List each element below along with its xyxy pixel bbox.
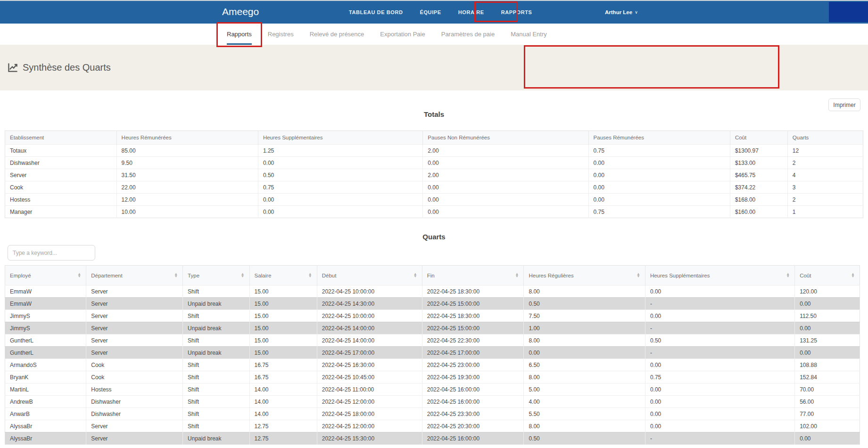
column-header-salaire[interactable]: Salaire▲▼ — [249, 266, 317, 285]
cell: Shift — [183, 310, 249, 322]
table-row: Server31.500.502.000.00$465.754 — [5, 169, 863, 181]
column-label: Début — [322, 273, 337, 278]
tab-releve-de-presence[interactable]: Relevé de présence — [310, 24, 364, 45]
cell: 152.84 — [795, 371, 860, 383]
cell: 0.00 — [258, 194, 422, 206]
cell: 0.00 — [423, 157, 588, 169]
table-row: Manager10.000.000.000.75$160.001 — [5, 206, 863, 218]
cell: 16.75 — [249, 371, 317, 383]
cell: Shift — [183, 359, 249, 371]
cell: 2 — [787, 194, 863, 206]
column-header-pauses-non-remunerees: Pauses Non Rémunérées — [423, 131, 588, 145]
cell: Dishwasher — [86, 396, 183, 408]
cell: 108.88 — [795, 359, 860, 371]
tab-exportation-paie[interactable]: Exportation Paie — [380, 24, 425, 45]
cell: 2022-04-25 15:00:00 — [422, 298, 524, 310]
column-label: Département — [91, 273, 122, 278]
cell: 0.00 — [645, 396, 794, 408]
cell: Manager — [5, 206, 117, 218]
cell: Unpaid break — [183, 322, 249, 334]
nav-item-equipe[interactable]: ÉQUIPE — [420, 9, 441, 15]
cell: 2022-04-25 12:00:00 — [317, 396, 422, 408]
cell: 131.25 — [795, 334, 860, 347]
column-header-heures-remunerees: Heures Rémunérées — [116, 131, 258, 145]
cell: 14.00 — [249, 383, 317, 396]
cell: 2022-04-25 18:30:00 — [422, 285, 524, 298]
tab-registres[interactable]: Registres — [268, 24, 294, 45]
cell: Server — [86, 432, 183, 445]
column-header-heures-supplementaires[interactable]: Heures Supplémentaires▲▼ — [645, 266, 794, 285]
cell: Unpaid break — [183, 298, 249, 310]
cell: 0.00 — [645, 420, 794, 432]
cell: 15.00 — [249, 285, 317, 298]
cell: Dishwasher — [5, 157, 117, 169]
column-header-debut[interactable]: Début▲▼ — [317, 266, 422, 285]
cell: Dishwasher — [86, 408, 183, 420]
cell: - — [645, 298, 794, 310]
user-menu[interactable]: Arthur Lee ∨ — [605, 1, 638, 24]
column-header-heures-regulieres[interactable]: Heures Régulières▲▼ — [524, 266, 645, 285]
table-row: ArmandoSCookShift16.752022-04-25 16:30:0… — [5, 359, 860, 371]
cell: 14.00 — [249, 396, 317, 408]
cell: 10.00 — [116, 206, 258, 218]
cell: EmmaW — [5, 285, 86, 298]
nav-item-rapports[interactable]: RAPPORTS — [501, 9, 532, 15]
nav-item-horaire[interactable]: HORAIRE — [458, 9, 484, 15]
tab-rapports[interactable]: Rapports — [227, 24, 252, 45]
column-header-fin[interactable]: Fin▲▼ — [422, 266, 524, 285]
cell: 15.00 — [249, 298, 317, 310]
cell: Cook — [86, 371, 183, 383]
print-button[interactable]: Imprimer — [828, 98, 860, 111]
column-header-cout[interactable]: Coût▲▼ — [795, 266, 860, 285]
cell: 2.00 — [423, 169, 588, 181]
sort-icon: ▲▼ — [174, 273, 178, 278]
cell: 4.00 — [524, 396, 645, 408]
cell: GuntherL — [5, 334, 86, 347]
quarts-table: Employé▲▼Département▲▼Type▲▼Salaire▲▼Déb… — [5, 265, 860, 445]
nav-item-tableau-de-bord[interactable]: TABLEAU DE BORD — [349, 9, 403, 15]
cell: Shift — [183, 408, 249, 420]
brand-logo[interactable]: Ameego — [222, 1, 259, 24]
column-label: Type — [188, 273, 199, 278]
column-label: Heures Supplémentaires — [650, 273, 710, 278]
cell: 2022-04-25 16:00:00 — [422, 383, 524, 396]
cell: 120.00 — [795, 285, 860, 298]
cell: 0.00 — [795, 432, 860, 445]
column-header-departement[interactable]: Département▲▼ — [86, 266, 183, 285]
cell: 0.00 — [423, 194, 588, 206]
table-row: EmmaWServerShift15.002022-04-25 10:00:00… — [5, 285, 860, 298]
cell: 1.25 — [258, 145, 422, 157]
cell: AlyssaBr — [5, 420, 86, 432]
column-header-quarts: Quarts — [787, 131, 863, 145]
totals-section-title: Totals — [0, 110, 868, 118]
column-header-employe[interactable]: Employé▲▼ — [5, 266, 86, 285]
cell: Cook — [86, 359, 183, 371]
cell: Server — [86, 420, 183, 432]
sort-icon: ▲▼ — [308, 273, 312, 278]
page-header-band: Synthèse des Quarts De À Filtrer Tous ∨ … — [0, 45, 868, 90]
cell: 2022-04-25 18:30:00 — [422, 310, 524, 322]
search-input[interactable] — [8, 245, 95, 261]
table-row: BryanKCookShift16.752022-04-25 10:45:002… — [5, 371, 860, 383]
cell: 0.00 — [423, 206, 588, 218]
column-label: Employé — [10, 273, 31, 278]
cell: $133.00 — [730, 157, 787, 169]
cell: 0.00 — [258, 157, 422, 169]
report-content: Imprimer Totals ÉtablissementHeures Rému… — [0, 90, 868, 448]
sort-icon: ▲▼ — [637, 273, 640, 278]
cell: 14.00 — [249, 408, 317, 420]
tab-manual-entry[interactable]: Manual Entry — [511, 24, 547, 45]
cell: 0.00 — [588, 194, 730, 206]
cell: 15.00 — [249, 322, 317, 334]
column-header-type[interactable]: Type▲▼ — [183, 266, 249, 285]
cell: 7.50 — [524, 310, 645, 322]
cell: 0.00 — [645, 359, 794, 371]
cell: $1300.97 — [730, 145, 787, 157]
cell: 31.50 — [116, 169, 258, 181]
sort-icon: ▲▼ — [241, 273, 245, 278]
table-row: AlyssaBrServerUnpaid break12.752022-04-2… — [5, 432, 860, 445]
page-title: Synthèse des Quarts — [8, 45, 111, 90]
cell: 0.00 — [645, 408, 794, 420]
tab-parametres-de-paie[interactable]: Paramètres de paie — [441, 24, 495, 45]
cell: 0.00 — [588, 181, 730, 194]
